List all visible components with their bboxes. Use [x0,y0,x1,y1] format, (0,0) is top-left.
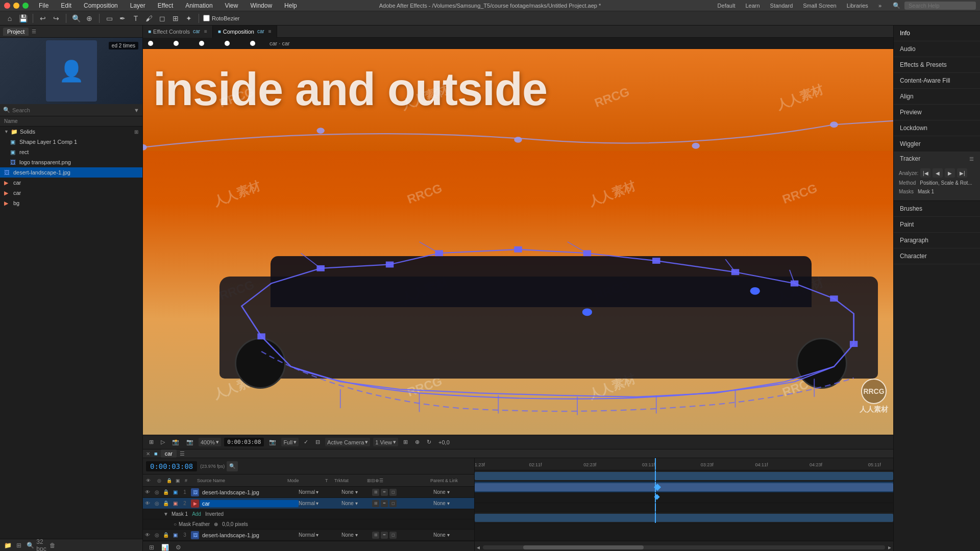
close-comp-tab-icon[interactable]: ≡ [268,29,272,34]
search-input[interactable] [904,2,976,10]
list-item[interactable]: ▼ 📁 Solids ⊞ [0,127,142,137]
panel-item-character[interactable]: Character [894,248,980,264]
menu-effect[interactable]: Effect [156,1,175,10]
menu-layer[interactable]: Layer [128,1,148,10]
viewer-sync-icon[interactable]: ↻ [425,438,433,446]
menu-help[interactable]: Help [282,1,299,10]
layer-parent-2[interactable]: None ▾ [433,500,474,506]
undo-icon[interactable]: ↩ [37,13,48,24]
eraser-tool-icon[interactable]: ◻ [157,13,168,24]
close-effect-tab-icon[interactable]: ≡ [204,29,207,34]
switch-btn[interactable]: ⊞ [372,489,379,496]
label-color-1[interactable]: ▣ [170,487,180,497]
viewer-preview-icon[interactable]: ▷ [159,438,167,446]
panel-item-align[interactable]: Align [894,89,980,105]
pen-tool-icon[interactable]: ✒ [117,13,128,24]
panel-item-tracker[interactable]: Tracker ☰ Analyze: |◀ ◀ ▶ ▶| Method Posi… [894,152,980,201]
viewer-pixel-icon[interactable]: ⊕ [413,438,422,446]
method-value[interactable]: Position, Scale & Rot... [918,180,975,186]
list-item[interactable]: ▶ bg [0,198,142,208]
list-item[interactable]: ▶ car [0,188,142,198]
switch-btn[interactable]: ⊞ [372,532,379,539]
mask-row[interactable]: ▼ Mask 1 Add Inverted [143,509,474,519]
workspace-standard[interactable]: Standard [767,2,796,10]
rotobezier-checkbox[interactable] [203,15,210,21]
panel-item-wiggler[interactable]: Wiggler [894,136,980,152]
label-color-3[interactable]: ▣ [170,530,180,540]
visibility-toggle-1[interactable]: 👁 [143,487,152,497]
list-item[interactable]: 🖼 desert-landscape-1.jpg [0,167,142,178]
zoom-in-icon[interactable]: 🔍 [70,13,82,24]
layer-trk-3[interactable]: None ▾ [341,532,372,538]
panel-item-effects-presets[interactable]: Effects & Presets [894,57,980,73]
new-comp-tl-icon[interactable]: ⊞ [147,543,156,552]
switch-btn[interactable]: ✒ [381,532,388,539]
list-item[interactable]: ▶ car [0,178,142,188]
analyze-backward-icon[interactable]: |◀ [920,168,930,178]
tracker-header[interactable]: Tracker ☰ [894,152,980,165]
masks-value[interactable]: Mask 1 [916,188,975,195]
panel-item-paint[interactable]: Paint [894,217,980,233]
workspace-learn[interactable]: Learn [742,2,763,10]
analyze-end-icon[interactable]: ▶| [957,168,967,178]
switch-btn[interactable]: ◻ [389,500,397,507]
zoom-dropdown[interactable]: 400% ▾ [199,438,221,446]
switch-btn[interactable]: ◻ [389,532,397,539]
text-tool-icon[interactable]: T [130,13,141,24]
panel-item-content-aware-fill[interactable]: Content-Aware Fill [894,73,980,89]
analyze-back-icon[interactable]: ◀ [933,168,943,178]
timeline-timecode[interactable]: 0:00:03:08 [146,461,197,471]
new-folder-icon[interactable]: 📁 [3,541,12,550]
switch-btn[interactable]: ✒ [381,500,388,507]
viewer-camera-icon[interactable]: 📷 [184,438,195,446]
table-row[interactable]: 👁 ◎ 🔒 ▣ 1 🖼 desert-landscape-1.jpg Norma… [143,487,474,498]
layer-parent-1[interactable]: None ▾ [433,489,474,495]
label-color-2[interactable]: ▣ [170,498,180,509]
viewer-cam-btn[interactable]: 📷 [267,438,278,446]
color-depth-btn[interactable]: 32 bpc [37,541,46,550]
viewer-grid-icon[interactable]: ⊞ [147,438,156,446]
layer-parent-3[interactable]: None ▾ [433,532,474,538]
views-count-dropdown[interactable]: 1 View ▾ [373,438,398,446]
list-item[interactable]: ▣ Shape Layer 1 Comp 1 [0,137,142,147]
graph-icon[interactable]: 📊 [160,543,169,552]
brush-tool-icon[interactable]: 🖌 [143,13,155,24]
workspace-more[interactable]: » [875,2,885,10]
viewer-grid2-icon[interactable]: ⊞ [401,438,410,446]
switch-btn[interactable]: ◻ [389,489,397,496]
workspace-default[interactable]: Default [715,2,739,10]
scrollbar-track[interactable] [483,545,885,549]
layer-trk-2[interactable]: None ▾ [341,500,372,506]
timeline-menu-icon[interactable]: ☰ [180,450,185,457]
expand-mask-icon[interactable]: ▼ [163,511,168,517]
timeline-close-icon[interactable]: ✕ [146,451,150,457]
layer-mode-3[interactable]: Normal ▾ [299,532,334,538]
lock-toggle-3[interactable]: 🔒 [161,530,170,540]
scrollbar-thumb[interactable] [523,545,644,549]
new-comp-icon[interactable]: ⊞ [14,541,23,550]
tab-project[interactable]: Project [3,28,29,36]
workspace-libraries[interactable]: Libraries [844,2,871,10]
layer-mode-2[interactable]: Normal ▾ [299,500,334,506]
table-row[interactable]: 👁 ◎ 🔒 ▣ 2 ▶ car Normal ▾ [143,498,474,509]
tab-composition[interactable]: ■ Composition car ≡ [213,26,277,38]
analyze-forward-icon[interactable]: ▶ [945,168,955,178]
redo-icon[interactable]: ↪ [51,13,62,24]
menu-animation[interactable]: Animation [183,1,214,10]
list-item[interactable]: 🖼 logo transparent.png [0,157,142,167]
viewer-check-icon[interactable]: ✓ [302,438,310,446]
quality-dropdown[interactable]: Full ▾ [281,438,299,446]
switch-btn[interactable]: ⊞ [372,500,379,507]
viewer-region-icon[interactable]: ⊟ [313,438,322,446]
add-folder-icon[interactable]: ⊞ [134,129,138,135]
minimize-dot[interactable] [13,3,19,9]
solo-toggle-2[interactable]: ◎ [152,498,161,509]
menu-edit[interactable]: Edit [59,1,74,10]
workspace-small-screen[interactable]: Small Screen [800,2,839,10]
menu-composition[interactable]: Composition [82,1,120,10]
tab-timeline-car[interactable]: car [161,449,177,458]
search-layer-icon[interactable]: 🔍 [227,461,238,471]
panel-menu-icon[interactable]: ☰ [32,29,36,34]
panel-item-paragraph[interactable]: Paragraph [894,233,980,248]
panel-item-info[interactable]: Info [894,26,980,41]
